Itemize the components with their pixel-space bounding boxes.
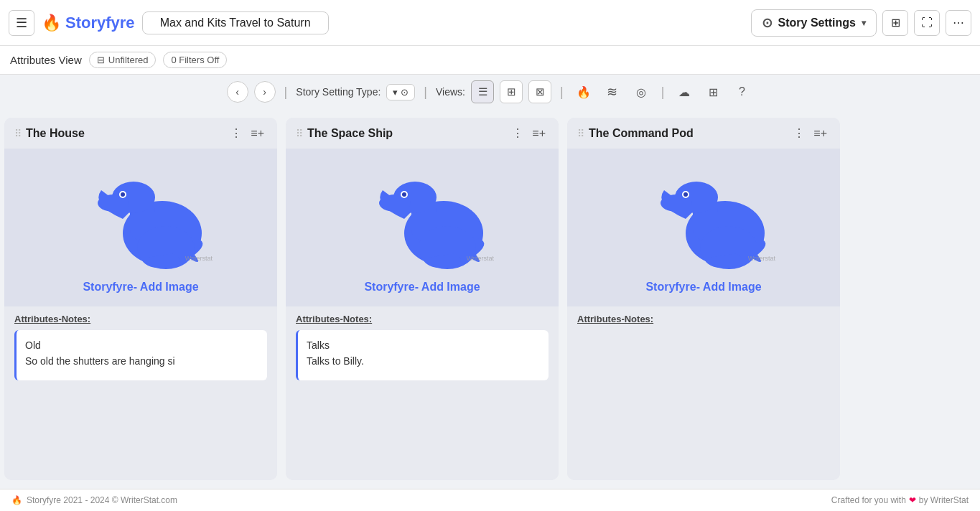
note-line-1-house: Old [25, 337, 258, 353]
note-line-2-spaceship: Talks to Billy. [307, 353, 540, 369]
next-button[interactable]: › [254, 81, 276, 103]
card-image-spaceship[interactable]: Writerstat Storyfyre- Add Image [286, 149, 559, 306]
note-line-1-spaceship: Talks [307, 337, 540, 353]
svg-point-6 [121, 192, 125, 197]
card-add-button-command-pod[interactable]: ≡+ [811, 125, 830, 141]
help-button[interactable]: ? [730, 80, 753, 103]
circle-button[interactable]: ◎ [630, 80, 653, 103]
notes-box-spaceship[interactable]: Talks Talks to Billy. [296, 330, 549, 380]
add-image-label-house[interactable]: Storyfyre- Add Image [83, 281, 198, 294]
grid-icon: ⊞ [891, 16, 900, 29]
card-image-house[interactable]: Writerstat Storyfyre- Add Image [4, 149, 277, 306]
card-header-house: ⠿ The House ⋮ ≡+ [4, 118, 277, 149]
story-settings-icon: ⊙ [762, 15, 773, 31]
card-header-actions-house: ⋮ ≡+ [228, 125, 267, 141]
list-view-button[interactable]: ☰ [471, 80, 494, 103]
story-settings-button[interactable]: ⊙ Story Settings ▾ [751, 9, 877, 37]
card-more-button-house[interactable]: ⋮ [228, 125, 245, 141]
heart-icon: ❤ [909, 495, 916, 505]
storyfyre-logo-spaceship: Writerstat [343, 161, 501, 276]
card-title-command-pod: The Command Pod [589, 127, 786, 140]
card-header-spaceship: ⠿ The Space Ship ⋮ ≡+ [286, 118, 559, 149]
views-label: Views: [436, 86, 465, 98]
cloud-button[interactable]: ☁ [673, 80, 696, 103]
filter-icon: ⊟ [97, 55, 105, 65]
story-settings-label: Story Settings [778, 17, 856, 29]
add-note-icon: ≡+ [251, 127, 264, 139]
add-image-label-spaceship[interactable]: Storyfyre- Add Image [364, 281, 480, 294]
footer-right-suffix: by WriterStat [919, 495, 969, 505]
layers-icon: ≋ [607, 84, 617, 100]
footer-right: Crafted for you with ❤ by WriterStat [831, 495, 969, 505]
card-header-command-pod: ⠿ The Command Pod ⋮ ≡+ [567, 118, 840, 149]
brand-text-house: Storyfyre [83, 281, 133, 293]
dashboard-button[interactable]: ⊞ [701, 80, 724, 103]
hamburger-icon: ☰ [16, 15, 27, 31]
setting-type-dropdown[interactable]: ▾ ⊙ [386, 84, 415, 100]
filter-label: Unfiltered [108, 55, 149, 65]
dashboard-icon: ⊞ [709, 85, 718, 99]
filters-off-label: 0 Filters Off [171, 55, 219, 65]
svg-point-13 [402, 192, 406, 197]
storyfyre-logo-command-pod: Writerstat [625, 161, 783, 276]
cloud-icon: ☁ [678, 85, 690, 99]
brand-name: Storyfyre [65, 14, 135, 32]
dropdown-chevron-icon: ▾ [393, 87, 398, 98]
footer-left: 🔥 Storyfyre 2021 - 2024 © WriterStat.com [11, 495, 177, 505]
merge-icon: ⊠ [536, 85, 545, 98]
grid-view-icon: ⊞ [507, 85, 516, 98]
expand-button[interactable]: ⛶ [914, 10, 940, 36]
help-icon: ? [739, 85, 745, 98]
grid-view-toggle-button[interactable]: ⊞ [500, 80, 523, 103]
notes-box-house[interactable]: Old So old the shutters are hanging si [14, 330, 267, 380]
grid-view-button[interactable]: ⊞ [882, 10, 908, 36]
watermark-spaceship: Writerstat [467, 255, 494, 262]
card-add-button-house[interactable]: ≡+ [248, 125, 267, 141]
list-icon: ☰ [478, 85, 487, 98]
more-icon: ⋯ [953, 16, 964, 29]
separator-4: | [661, 85, 665, 100]
add-image-text-command-pod: - Add Image [696, 281, 762, 293]
drag-handle-icon[interactable]: ⠿ [14, 128, 22, 139]
add-image-label-command-pod[interactable]: Storyfyre- Add Image [645, 281, 761, 294]
card-the-house: ⠿ The House ⋮ ≡+ [4, 118, 277, 480]
filters-off-button[interactable]: 0 Filters Off [163, 52, 227, 68]
note-line-2-house: So old the shutters are hanging si [25, 353, 258, 369]
chevron-down-icon: ▾ [862, 18, 866, 28]
attributes-notes-label-house: Attributes-Notes: [14, 314, 267, 324]
fire-icon: 🔥 [577, 85, 591, 99]
header: ☰ 🔥 Storyfyre Max and Kits Travel to Sat… [0, 0, 980, 46]
brand-logo[interactable]: 🔥 Storyfyre [42, 14, 135, 32]
card-more-button-spaceship[interactable]: ⋮ [509, 125, 526, 141]
more-options-button[interactable]: ⋯ [946, 10, 971, 36]
menu-button[interactable]: ☰ [9, 10, 34, 36]
attributes-notes-label-command-pod: Attributes-Notes: [577, 314, 830, 324]
separator-2: | [424, 85, 427, 100]
card-image-command-pod[interactable]: Writerstat Storyfyre- Add Image [567, 149, 840, 306]
toolbar: ‹ › | Story Setting Type: ▾ ⊙ | Views: ☰… [0, 75, 980, 109]
drag-handle-icon-spaceship[interactable]: ⠿ [296, 128, 303, 139]
card-more-button-command-pod[interactable]: ⋮ [790, 125, 808, 141]
expand-icon: ⛶ [921, 17, 933, 29]
subheader: Attributes View ⊟ Unfiltered 0 Filters O… [0, 46, 980, 75]
cards-area: ⠿ The House ⋮ ≡+ [0, 109, 980, 489]
card-the-command-pod: ⠿ The Command Pod ⋮ ≡+ [567, 118, 840, 480]
circle-icon: ◎ [636, 85, 646, 99]
card-title-spaceship: The Space Ship [307, 127, 505, 140]
fire-button[interactable]: 🔥 [572, 80, 595, 103]
brand-text-spaceship: Storyfyre [364, 281, 414, 293]
card-body-spaceship: Attributes-Notes: Talks Talks to Billy. [286, 306, 559, 480]
merge-view-button[interactable]: ⊠ [528, 80, 551, 103]
unfiltered-button[interactable]: ⊟ Unfiltered [89, 52, 157, 68]
flame-icon: 🔥 [42, 14, 61, 32]
card-add-button-spaceship[interactable]: ≡+ [529, 125, 549, 141]
prev-button[interactable]: ‹ [227, 81, 248, 103]
story-title[interactable]: Max and Kits Travel to Saturn [142, 11, 329, 34]
card-header-actions-spaceship: ⋮ ≡+ [509, 125, 549, 141]
drag-handle-icon-command-pod[interactable]: ⠿ [577, 128, 584, 139]
add-image-text-house: - Add Image [134, 281, 199, 293]
separator-3: | [560, 85, 564, 100]
footer-right-text: Crafted for you with [831, 495, 906, 505]
setting-type-label: Story Setting Type: [296, 86, 381, 98]
layers-button[interactable]: ≋ [601, 80, 624, 103]
